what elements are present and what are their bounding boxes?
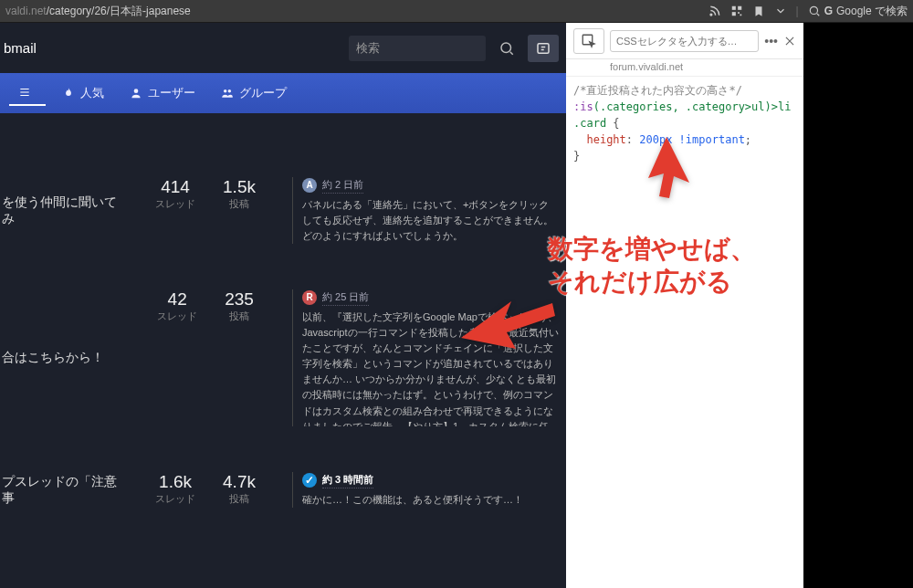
post-count: 4.7k [223,472,256,492]
bookmark-icon[interactable] [752,5,765,17]
post-timestamp[interactable]: 約 3 時間前 [322,472,373,488]
chevron-down-icon[interactable] [774,5,787,17]
thread-count: 42 [157,289,197,310]
thread-count: 1.6k [155,472,195,492]
brand-text: bmail [0,40,37,56]
category-title[interactable]: 合はこちらから！ [0,289,128,426]
rss-icon[interactable] [708,5,721,17]
css-code[interactable]: /*直近投稿された内容文の高さ*/ :is(.categories, .cate… [566,77,803,170]
nav-tab-groups[interactable]: グループ [212,79,296,107]
avatar[interactable]: A [302,178,317,193]
svg-rect-5 [740,15,741,16]
category-title[interactable]: を使う仲間に聞いてみ [0,177,128,244]
post-body: 以前、『選択した文字列をGoogle Mapで検索』という、Javascript… [302,310,559,426]
element-picker-button[interactable] [573,28,604,54]
register-button[interactable] [528,35,559,62]
svg-point-11 [228,89,232,93]
svg-rect-8 [538,43,549,53]
search-icon [808,5,821,17]
row-stats: 414スレッド 1.5k投稿 [128,177,283,244]
more-menu[interactable]: ••• [764,34,778,48]
svg-rect-3 [731,12,735,16]
forum-row[interactable]: 合はこちらから！ 42スレッド 235投稿 R約 25 日前 以前、『選択した文… [0,280,566,463]
post-count: 1.5k [223,177,256,197]
post-timestamp[interactable]: 約 25 日前 [322,289,369,306]
recent-post: R約 25 日前 以前、『選択した文字列をGoogle Mapで検索』という、J… [302,289,566,426]
post-count: 235 [225,289,254,310]
post-body: 確かに…！この機能は、あると便利そうです…！ [302,492,559,508]
nav-tab-popular[interactable]: 人気 [53,79,113,107]
svg-rect-2 [738,6,741,10]
search-button[interactable] [493,35,520,62]
svg-rect-4 [738,12,740,14]
devtools-panel: ••• forum.vivaldi.net /*直近投稿された内容文の高さ*/ … [566,23,803,588]
svg-point-10 [224,89,227,93]
css-selector-input[interactable] [610,30,759,52]
page-content: bmail 人気 ユーザー グループ を使う仲間に聞いてみ 414スレッド 1.… [0,23,566,588]
post-body: パネルにある「連絡先」において、+ボタンをクリックしても反応せず、連絡先を追加す… [302,197,559,244]
devtools-header: ••• [566,23,803,59]
nav-bar: 人気 ユーザー グループ [0,73,566,113]
black-margin [803,23,913,588]
svg-point-9 [134,89,139,93]
browser-search[interactable]: G Google で検索 [808,4,908,19]
nav-tab-users[interactable]: ユーザー [121,79,205,107]
page-topbar: bmail [0,23,566,73]
recent-post: A約 2 日前 パネルにある「連絡先」において、+ボタンをクリックしても反応せず… [302,177,566,244]
thread-count: 414 [155,177,195,197]
svg-rect-1 [731,6,735,10]
browser-url-bar: valdi.net/category/26/日本語-japanese | G G… [0,0,913,23]
url-text: valdi.net/category/26/日本語-japanese [5,4,191,19]
search-input[interactable] [349,36,486,61]
row-stats: 1.6kスレッド 4.7k投稿 [128,472,283,508]
row-stats: 42スレッド 235投稿 [128,289,283,426]
category-title[interactable]: プスレッドの「注意事 [0,472,128,508]
svg-point-7 [501,43,511,53]
qr-icon[interactable] [730,5,743,17]
svg-point-0 [710,14,712,16]
svg-point-6 [810,6,817,14]
forum-row[interactable]: を使う仲間に聞いてみ 414スレッド 1.5k投稿 A約 2 日前 パネルにある… [0,168,566,280]
forum-list: を使う仲間に聞いてみ 414スレッド 1.5k投稿 A約 2 日前 パネルにある… [0,113,566,544]
avatar[interactable]: ✓ [302,473,317,488]
post-timestamp[interactable]: 約 2 日前 [322,177,363,194]
devtools-hostname: forum.vivaldi.net [566,59,803,77]
nav-tab-categories[interactable] [9,80,46,106]
avatar[interactable]: R [302,290,317,305]
close-icon[interactable] [783,35,796,47]
forum-row[interactable]: プスレッドの「注意事 1.6kスレッド 4.7k投稿 ✓約 3 時間前 確かに…… [0,463,566,544]
recent-post: ✓約 3 時間前 確かに…！この機能は、あると便利そうです…！ [302,472,566,508]
